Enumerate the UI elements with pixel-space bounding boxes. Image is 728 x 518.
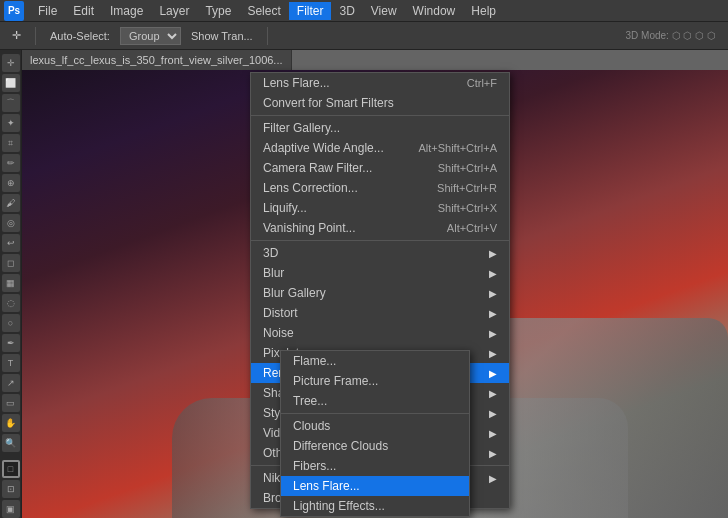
auto-select-label: Auto-Select: <box>44 28 116 44</box>
arrow-render: ▶ <box>489 368 497 379</box>
menu-bar: Ps File Edit Image Layer Type Select Fil… <box>0 0 728 22</box>
tool-dodge[interactable]: ○ <box>2 314 20 332</box>
render-lighting-effects[interactable]: Lighting Effects... <box>281 496 469 516</box>
filter-blur[interactable]: Blur ▶ <box>251 263 509 283</box>
tool-clone[interactable]: ◎ <box>2 214 20 232</box>
move-icon: ✛ <box>12 29 21 42</box>
separator-1 <box>251 115 509 116</box>
arrow-sharpen: ▶ <box>489 388 497 399</box>
camera-raw-filter[interactable]: Camera Raw Filter... Shift+Ctrl+A <box>251 158 509 178</box>
arrow-stylize: ▶ <box>489 408 497 419</box>
menu-layer[interactable]: Layer <box>151 2 197 20</box>
menu-help[interactable]: Help <box>463 2 504 20</box>
adaptive-wide-angle[interactable]: Adaptive Wide Angle... Alt+Shift+Ctrl+A <box>251 138 509 158</box>
tool-pen[interactable]: ✒ <box>2 334 20 352</box>
lens-correction[interactable]: Lens Correction... Shift+Ctrl+R <box>251 178 509 198</box>
render-fibers[interactable]: Fibers... <box>281 456 469 476</box>
arrow-3d: ▶ <box>489 248 497 259</box>
menu-3d[interactable]: 3D <box>331 2 362 20</box>
move-tool-options: ✛ <box>6 27 27 44</box>
render-flame[interactable]: Flame... <box>281 351 469 371</box>
menu-type[interactable]: Type <box>197 2 239 20</box>
tool-path-select[interactable]: ↗ <box>2 374 20 392</box>
menu-edit[interactable]: Edit <box>65 2 102 20</box>
tool-crop[interactable]: ⌗ <box>2 134 20 152</box>
toolbar: ✛ Auto-Select: Group Layer Show Tran... … <box>0 22 728 50</box>
tool-zoom[interactable]: 🔍 <box>2 434 20 452</box>
filter-blur-gallery[interactable]: Blur Gallery ▶ <box>251 283 509 303</box>
toolbar-sep-2 <box>267 27 268 45</box>
liquify[interactable]: Liquify... Shift+Ctrl+X <box>251 198 509 218</box>
separator-2 <box>251 240 509 241</box>
tool-heal[interactable]: ⊕ <box>2 174 20 192</box>
tool-history-brush[interactable]: ↩ <box>2 234 20 252</box>
tool-brush[interactable]: 🖌 <box>2 194 20 212</box>
tool-eyedropper[interactable]: ✏ <box>2 154 20 172</box>
filter-noise[interactable]: Noise ▶ <box>251 323 509 343</box>
render-lens-flare[interactable]: Lens Flare... <box>281 476 469 496</box>
menu-image[interactable]: Image <box>102 2 151 20</box>
menu-view[interactable]: View <box>363 2 405 20</box>
arrow-distort: ▶ <box>489 308 497 319</box>
last-filter-shortcut: Ctrl+F <box>467 77 497 89</box>
tool-foreground-color[interactable]: □ <box>2 460 20 478</box>
arrow-other: ▶ <box>489 448 497 459</box>
arrow-blur: ▶ <box>489 268 497 279</box>
convert-smart-filters[interactable]: Convert for Smart Filters <box>251 93 509 113</box>
tool-lasso[interactable]: ⌒ <box>2 94 20 112</box>
render-tree[interactable]: Tree... <box>281 391 469 411</box>
canvas-tab[interactable]: lexus_lf_cc_lexus_is_350_front_view_silv… <box>22 50 292 70</box>
3d-mode-icon: 3D Mode: ⬡ ⬡ ⬡ ⬡ <box>626 30 716 41</box>
menu-select[interactable]: Select <box>239 2 288 20</box>
filter-distort[interactable]: Distort ▶ <box>251 303 509 323</box>
arrow-noise: ▶ <box>489 328 497 339</box>
render-clouds[interactable]: Clouds <box>281 416 469 436</box>
vanishing-point[interactable]: Vanishing Point... Alt+Ctrl+V <box>251 218 509 238</box>
menu-window[interactable]: Window <box>405 2 464 20</box>
menu-filter[interactable]: Filter <box>289 2 332 20</box>
main-layout: ✛ ⬜ ⌒ ✦ ⌗ ✏ ⊕ 🖌 ◎ ↩ ◻ ▦ ◌ ○ ✒ T ↗ ▭ ✋ 🔍 … <box>0 50 728 518</box>
app-logo: Ps <box>4 1 24 21</box>
filter-gallery[interactable]: Filter Gallery... <box>251 118 509 138</box>
tool-move[interactable]: ✛ <box>2 54 20 72</box>
render-difference-clouds[interactable]: Difference Clouds <box>281 436 469 456</box>
tool-gradient[interactable]: ▦ <box>2 274 20 292</box>
canvas-area: lexus_lf_cc_lexus_is_350_front_view_silv… <box>22 50 728 518</box>
last-filter-item[interactable]: Lens Flare... Ctrl+F <box>251 73 509 93</box>
auto-select-dropdown[interactable]: Group Layer <box>120 27 181 45</box>
arrow-pixelate: ▶ <box>489 348 497 359</box>
tool-magic-wand[interactable]: ✦ <box>2 114 20 132</box>
filter-3d[interactable]: 3D ▶ <box>251 243 509 263</box>
tool-hand[interactable]: ✋ <box>2 414 20 432</box>
show-transform-label: Show Tran... <box>185 28 259 44</box>
tool-eraser[interactable]: ◻ <box>2 254 20 272</box>
tool-marquee[interactable]: ⬜ <box>2 74 20 92</box>
arrow-video: ▶ <box>489 428 497 439</box>
menu-file[interactable]: File <box>30 2 65 20</box>
tool-text[interactable]: T <box>2 354 20 372</box>
toolbar-right-icons: 3D Mode: ⬡ ⬡ ⬡ ⬡ <box>620 28 722 43</box>
tools-panel: ✛ ⬜ ⌒ ✦ ⌗ ✏ ⊕ 🖌 ◎ ↩ ◻ ▦ ◌ ○ ✒ T ↗ ▭ ✋ 🔍 … <box>0 50 22 518</box>
arrow-blur-gallery: ▶ <box>489 288 497 299</box>
arrow-nik: ▶ <box>489 473 497 484</box>
tool-screen-mode[interactable]: ▣ <box>2 500 20 518</box>
tool-shape[interactable]: ▭ <box>2 394 20 412</box>
render-sep <box>281 413 469 414</box>
last-filter-label: Lens Flare... <box>263 76 330 90</box>
toolbar-sep-1 <box>35 27 36 45</box>
render-picture-frame[interactable]: Picture Frame... <box>281 371 469 391</box>
tool-blur[interactable]: ◌ <box>2 294 20 312</box>
tool-quick-mask[interactable]: ⊡ <box>2 480 20 498</box>
render-submenu: Flame... Picture Frame... Tree... Clouds… <box>280 350 470 517</box>
